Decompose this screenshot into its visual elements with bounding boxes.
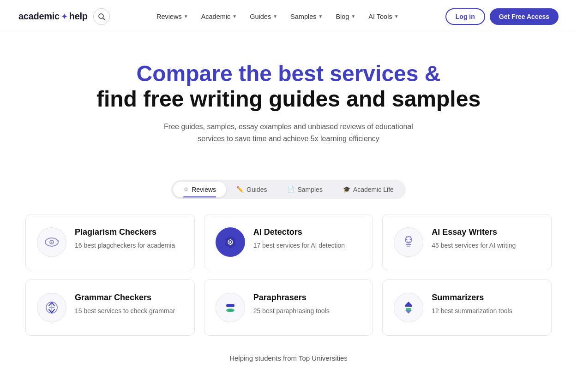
nav-reviews[interactable]: Reviews ▼ xyxy=(151,9,194,24)
logo-star-icon: ✦ xyxy=(61,12,68,22)
hero-section: Compare the best services & find free wr… xyxy=(0,33,577,163)
card-title: Plagiarism Checkers xyxy=(75,227,175,237)
plagiarism-icon xyxy=(37,227,66,257)
card-ai-detectors[interactable]: AI Detectors 17 best services for AI det… xyxy=(204,214,373,270)
card-paraphrasers[interactable]: Paraphrasers 25 best paraphrasing tools xyxy=(204,279,373,336)
logo[interactable]: academic ✦ help xyxy=(18,11,88,22)
card-ai-essay-writers[interactable]: AI Essay Writers 45 best services for AI… xyxy=(382,214,552,270)
grammar-icon xyxy=(37,293,66,322)
chevron-down-icon: ▼ xyxy=(184,14,188,19)
get-free-access-button[interactable]: Get Free Access xyxy=(490,8,559,25)
nav-samples[interactable]: Samples ▼ xyxy=(285,9,328,24)
svg-rect-27 xyxy=(406,308,411,310)
tabs-wrapper: ☆ Reviews ✏️ Guides 📄 Samples 🎓 Academic… xyxy=(0,180,577,199)
card-content: Plagiarism Checkers 16 best plagcheckers… xyxy=(75,227,175,250)
chevron-down-icon: ▼ xyxy=(273,14,277,19)
nav-academic[interactable]: Academic ▼ xyxy=(196,9,243,24)
card-plagiarism-checkers[interactable]: Plagiarism Checkers 16 best plagcheckers… xyxy=(25,214,195,270)
card-grammar-checkers[interactable]: Grammar Checkers 15 best services to che… xyxy=(25,279,195,336)
card-content: Paraphrasers 25 best paraphrasing tools xyxy=(253,293,330,316)
card-desc: 17 best services for AI detection xyxy=(253,241,345,250)
pencil-icon: ✏️ xyxy=(236,186,244,193)
svg-point-11 xyxy=(228,241,229,242)
card-content: Grammar Checkers 15 best services to che… xyxy=(75,293,175,316)
card-summarizers[interactable]: Summarizers 12 best summarization tools xyxy=(382,279,552,336)
tab-samples[interactable]: 📄 Samples xyxy=(277,182,332,197)
star-icon: ☆ xyxy=(183,186,189,193)
nav-ai-tools[interactable]: AI Tools ▼ xyxy=(363,9,404,24)
hero-title-black: find free writing guides and samples xyxy=(9,86,568,112)
login-button[interactable]: Log in xyxy=(445,8,485,25)
tab-academic-life[interactable]: 🎓 Academic Life xyxy=(333,182,404,197)
search-button[interactable] xyxy=(93,8,110,25)
svg-rect-19 xyxy=(407,246,410,247)
svg-point-14 xyxy=(406,238,408,240)
category-tabs: ☆ Reviews ✏️ Guides 📄 Samples 🎓 Academic… xyxy=(171,180,406,199)
search-icon xyxy=(98,13,105,20)
ai-detector-icon xyxy=(216,227,245,257)
tab-guides[interactable]: ✏️ Guides xyxy=(226,182,277,197)
svg-line-1 xyxy=(103,18,105,20)
card-desc: 45 best services for AI writing xyxy=(432,241,516,250)
hero-title-blue: Compare the best services & xyxy=(9,61,568,86)
cards-grid: Plagiarism Checkers 16 best plagcheckers… xyxy=(25,214,552,336)
mortarboard-icon: 🎓 xyxy=(343,186,350,193)
svg-rect-18 xyxy=(406,244,411,245)
nav-blog[interactable]: Blog ▼ xyxy=(330,9,361,24)
svg-marker-28 xyxy=(405,310,412,314)
chevron-down-icon: ▼ xyxy=(232,14,237,19)
card-content: AI Essay Writers 45 best services for AI… xyxy=(432,227,516,250)
logo-suffix: help xyxy=(69,11,88,22)
document-icon: 📄 xyxy=(287,186,295,193)
card-title: Paraphrasers xyxy=(253,293,330,303)
svg-point-12 xyxy=(232,241,233,242)
card-desc: 25 best paraphrasing tools xyxy=(253,306,330,316)
card-content: AI Detectors 17 best services for AI det… xyxy=(253,227,345,250)
svg-point-8 xyxy=(229,241,231,243)
card-title: Grammar Checkers xyxy=(75,293,175,303)
chevron-down-icon: ▼ xyxy=(318,14,323,19)
svg-point-4 xyxy=(51,241,53,243)
summarize-icon xyxy=(394,293,423,322)
ai-writer-icon xyxy=(394,227,423,257)
logo-text: academic xyxy=(18,11,60,22)
card-desc: 12 best summarization tools xyxy=(432,306,512,316)
header-actions: Log in Get Free Access xyxy=(445,8,559,25)
svg-point-15 xyxy=(410,238,411,240)
card-content: Summarizers 12 best summarization tools xyxy=(432,293,512,316)
chevron-down-icon: ▼ xyxy=(351,14,355,19)
nav-guides[interactable]: Guides ▼ xyxy=(244,9,283,24)
logo-area: academic ✦ help xyxy=(18,8,110,25)
main-nav: Reviews ▼ Academic ▼ Guides ▼ Samples ▼ … xyxy=(151,9,404,24)
card-title: AI Detectors xyxy=(253,227,345,237)
cards-section: Plagiarism Checkers 16 best plagcheckers… xyxy=(12,214,565,336)
footer-tagline: Helping students from Top Universities xyxy=(0,336,577,371)
tab-reviews[interactable]: ☆ Reviews xyxy=(173,182,226,197)
svg-rect-23 xyxy=(226,304,234,307)
card-title: AI Essay Writers xyxy=(432,227,516,237)
card-title: Summarizers xyxy=(432,293,512,303)
paraphrase-icon xyxy=(216,293,245,322)
chevron-down-icon: ▼ xyxy=(394,14,399,19)
svg-marker-26 xyxy=(405,302,412,307)
card-desc: 16 best plagcheckers for academia xyxy=(75,241,175,250)
header: academic ✦ help Reviews ▼ Academic ▼ Gui… xyxy=(0,0,577,33)
svg-point-25 xyxy=(228,309,233,311)
card-desc: 15 best services to check grammar xyxy=(75,306,175,316)
hero-subtitle: Free guides, samples, essay examples and… xyxy=(150,121,427,144)
